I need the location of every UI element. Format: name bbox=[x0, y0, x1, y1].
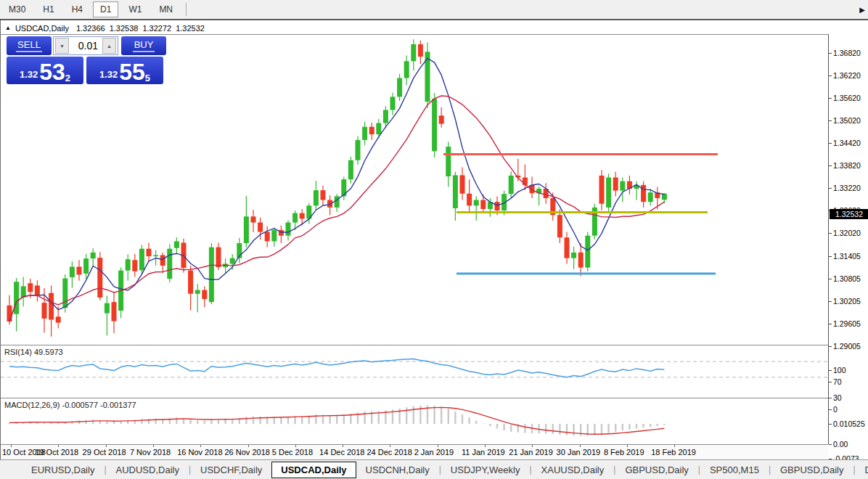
price-tick: 1.36820 bbox=[833, 49, 861, 57]
axis-tick-mark bbox=[829, 370, 832, 371]
one-click-trading-panel: SELL ▼ 0.01 ▲ BUY 1.32532 1.32555 bbox=[7, 36, 166, 84]
axis-tick-mark bbox=[829, 279, 832, 279]
candle-body bbox=[97, 258, 102, 298]
candle-body bbox=[83, 258, 89, 274]
axis-tick-mark bbox=[829, 398, 832, 398]
price-tick: 1.35620 bbox=[833, 94, 861, 102]
panel-divider[interactable] bbox=[1, 345, 828, 347]
axis-tick-mark bbox=[829, 188, 832, 189]
candle-body bbox=[585, 236, 590, 268]
date-tick-label: 24 Dec 2018 bbox=[367, 448, 412, 457]
candle-body bbox=[578, 253, 584, 268]
date-tick-label: 16 Nov 2018 bbox=[177, 448, 222, 457]
timeframe-button-h1[interactable]: H1 bbox=[36, 1, 61, 17]
price-tick: 1.29005 bbox=[833, 342, 861, 351]
chart-tab-sp500-m15[interactable]: SP500,M15 bbox=[700, 462, 769, 478]
macd-tick: 0.00 bbox=[833, 440, 848, 449]
buy-button[interactable]: BUY bbox=[121, 36, 166, 55]
axis-tick-mark bbox=[829, 53, 832, 54]
timeframe-button-w1[interactable]: W1 bbox=[121, 1, 149, 17]
timeframe-button-mn[interactable]: MN bbox=[152, 1, 180, 17]
axis-tick-mark bbox=[829, 75, 832, 76]
date-tick-mark bbox=[485, 445, 486, 447]
timeframe-button-h4[interactable]: H4 bbox=[65, 1, 90, 17]
candle-body bbox=[230, 258, 235, 264]
candle-body bbox=[147, 249, 152, 256]
candle-body bbox=[613, 178, 618, 191]
candle-body bbox=[300, 213, 305, 219]
chart-tab-dj30-h4[interactable]: DJ30,H4 bbox=[856, 462, 868, 478]
candle-body bbox=[557, 215, 562, 237]
chart-tab-usdchf-daily[interactable]: USDCHF,Daily bbox=[191, 462, 271, 478]
candle-body bbox=[265, 232, 270, 242]
date-tick-label: 30 Jan 2019 bbox=[557, 448, 601, 457]
date-tick-label: 5 Dec 2018 bbox=[272, 448, 313, 457]
candle-body bbox=[495, 202, 500, 210]
date-tick-mark bbox=[532, 445, 533, 447]
candle-body bbox=[286, 223, 291, 236]
chart-tab-gbpusd-daily[interactable]: GBPUSD,Daily bbox=[771, 462, 853, 478]
candle-body bbox=[271, 230, 277, 242]
candle-body bbox=[292, 213, 298, 223]
chart-tab-gbpusd-daily[interactable]: GBPUSD,Daily bbox=[615, 462, 697, 478]
candle-body bbox=[620, 181, 625, 191]
timeframe-button-d1[interactable]: D1 bbox=[93, 1, 118, 17]
candle-body bbox=[195, 290, 200, 294]
axis-tick-mark bbox=[829, 165, 832, 166]
ma-fast-line bbox=[9, 59, 664, 322]
rsi-tick: 70 bbox=[833, 377, 842, 386]
chart-tab-audusd-daily[interactable]: AUDUSD,Daily bbox=[107, 462, 189, 478]
panel-divider[interactable] bbox=[1, 398, 828, 400]
candle-body bbox=[153, 255, 158, 257]
chart-tab-xauusd-daily[interactable]: XAUUSD,Daily bbox=[532, 462, 614, 478]
candle-body bbox=[35, 285, 40, 295]
candle-body bbox=[202, 290, 207, 299]
candle-body bbox=[404, 61, 409, 78]
chart-tab-usdcnh-daily[interactable]: USDCNH,Daily bbox=[356, 462, 439, 478]
sell-price-quote[interactable]: 1.32532 bbox=[7, 57, 83, 84]
rsi-tick: 0 bbox=[833, 405, 838, 414]
sell-button[interactable]: SELL bbox=[7, 36, 52, 55]
timeframe-button-m30[interactable]: M30 bbox=[1, 1, 33, 17]
date-tick-label: 29 Oct 2018 bbox=[83, 448, 126, 457]
price-tick: 1.30805 bbox=[833, 274, 861, 283]
date-tick-label: 26 Nov 2018 bbox=[225, 448, 270, 457]
candle-body bbox=[14, 282, 19, 314]
candle-body bbox=[42, 303, 47, 319]
lot-decrease-button[interactable]: ▼ bbox=[55, 38, 69, 54]
axis-tick-mark bbox=[829, 301, 832, 302]
chart-tab-bar: EURUSD,Daily|AUDUSD,Daily|USDCHF,DailyUS… bbox=[0, 459, 868, 479]
macd-tick: 0.010525 bbox=[833, 419, 865, 428]
date-tick-mark bbox=[153, 445, 154, 447]
price-tick: 1.35020 bbox=[833, 116, 861, 125]
axis-tick-mark bbox=[829, 346, 832, 347]
candle-body bbox=[91, 253, 96, 258]
price-tick: 1.30205 bbox=[833, 297, 861, 306]
candle-body bbox=[160, 255, 165, 266]
candle-body bbox=[418, 44, 423, 57]
rsi-label: RSI(14) 49.5973 bbox=[4, 348, 63, 356]
candle-body bbox=[216, 247, 221, 267]
lot-increase-button[interactable]: ▲ bbox=[102, 38, 116, 54]
current-price-badge: 1.32532 bbox=[830, 209, 868, 219]
candle-body bbox=[348, 160, 353, 179]
axis-tick-mark bbox=[829, 143, 832, 144]
price-tick: 1.33820 bbox=[833, 161, 861, 170]
buy-price-quote[interactable]: 1.32555 bbox=[86, 57, 163, 84]
axis-tick-mark bbox=[829, 120, 832, 121]
price-tick: 1.29605 bbox=[833, 319, 861, 328]
chart-tab-eurusd-daily[interactable]: EURUSD,Daily bbox=[22, 462, 104, 478]
date-tick-mark bbox=[200, 445, 201, 447]
candle-body bbox=[167, 249, 172, 279]
chart-tab-usdjpy-weekly[interactable]: USDJPY,Weekly bbox=[441, 462, 530, 478]
lot-size-value[interactable]: 0.01 bbox=[70, 40, 101, 52]
axis-tick-mark bbox=[829, 98, 832, 99]
date-tick-label: 14 Dec 2018 bbox=[319, 448, 364, 457]
candle-body bbox=[376, 123, 381, 135]
axis-tick-mark bbox=[829, 444, 832, 445]
tab-scroll-right-icon[interactable]: ▶ bbox=[859, 6, 865, 14]
chart-tab-usdcad-daily[interactable]: USDCAD,Daily bbox=[271, 462, 356, 478]
date-tick-mark bbox=[248, 445, 249, 447]
candle-body bbox=[209, 247, 214, 302]
date-tick-mark bbox=[343, 445, 343, 447]
